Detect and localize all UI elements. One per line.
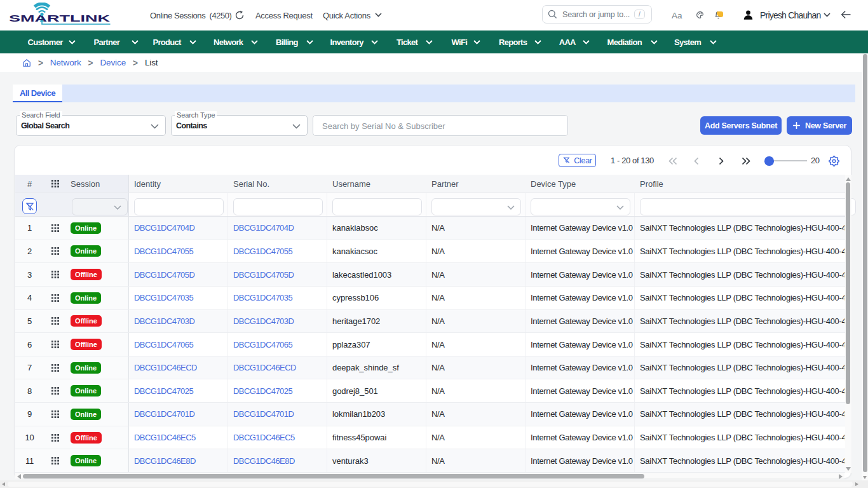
- svg-text:SMARTLINK: SMARTLINK: [9, 13, 110, 24]
